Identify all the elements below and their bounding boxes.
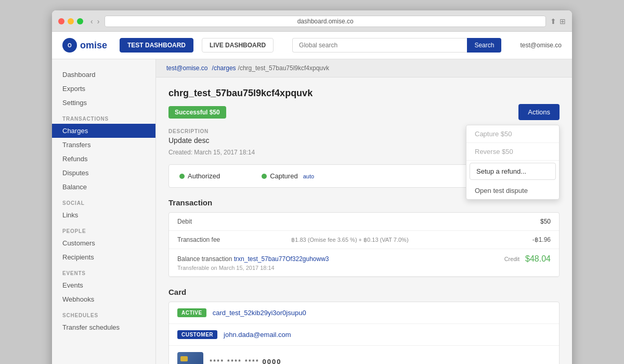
logo-icon: O [62,38,77,53]
charge-detail: chrg_test_57bau75l9kcf4xpquvk Successful… [156,77,572,364]
section-label-events: EVENTS [52,264,155,278]
traffic-lights [58,18,83,24]
dropdown-item-dispute[interactable]: Open test dispute [466,182,559,199]
sidebar-item-webhooks[interactable]: Webhooks [52,292,155,306]
logo: O omise [62,38,107,53]
forward-button[interactable]: › [96,17,101,25]
auto-link[interactable]: auto [303,173,314,179]
card-chip [180,356,188,361]
card-dots: **** **** **** [210,358,259,365]
card-container: ACTIVE card_test_52kib29yi3or0jsupu0 CUS… [168,302,560,364]
sidebar-item-customers[interactable]: Customers [52,236,155,250]
app-header: O omise TEST DASHBOARD LIVE DASHBOARD Se… [52,32,572,59]
browser-chrome: ‹ › dashboard.omise.co ⬆ ⊞ [52,10,572,32]
card-visual [177,352,203,364]
debit-row: Debit $50 [169,213,559,231]
authorized-dot [179,174,185,179]
card-id-value[interactable]: card_test_52kib29yi3or0jsupu0 [213,309,306,317]
debit-label: Debit [177,218,291,225]
sidebar-item-transfers[interactable]: Transfers [52,138,155,152]
balance-amount: $48.04 [519,254,551,264]
test-dashboard-button[interactable]: TEST DASHBOARD [120,38,193,53]
balance-label: Balance transaction trxn_test_57bau77Of3… [177,255,348,263]
main-content: test@omise.co /charges /chrg_test_57bau7… [156,59,572,364]
sidebar-item-dashboard[interactable]: Dashboard [52,68,155,82]
captured-dot [262,174,267,179]
search-input[interactable] [292,38,467,53]
transaction-table: Debit $50 Transaction fee ฿1.83 (Omise f… [168,212,560,277]
address-bar[interactable]: dashboard.omise.co [105,16,546,27]
status-captured: Captured auto [262,172,314,180]
captured-label: Captured [270,172,297,180]
section-label-transactions: TRANSACTIONS [52,110,155,124]
card-title: Card [168,288,560,296]
sidebar-item-events[interactable]: Events [52,278,155,292]
live-dashboard-button[interactable]: LIVE DASHBOARD [202,38,274,53]
actions-button[interactable]: Actions [518,104,560,120]
fee-row: Transaction fee ฿1.83 (Omise fee 3.65 %)… [169,231,559,249]
search-button[interactable]: Search [467,38,501,53]
actions-dropdown: Capture $50 Reverse $50 Setup a refund..… [466,125,560,200]
status-authorized: Authorized [179,172,220,180]
minimize-button[interactable] [68,18,74,24]
back-button[interactable]: ‹ [89,17,94,25]
breadcrumb-account[interactable]: test@omise.co [166,64,208,72]
breadcrumb-path[interactable]: /charges [212,64,236,72]
balance-txn-link[interactable]: trxn_test_57bau77Of322guhoww3 [234,255,329,263]
logo-text: omise [80,40,107,51]
browser-window: ‹ › dashboard.omise.co ⬆ ⊞ O omise TEST … [52,10,572,364]
sidebar-item-recipients[interactable]: Recipients [52,250,155,264]
fee-amount: -฿1.96 [519,236,551,243]
breadcrumb-id: /chrg_test_57bau75l9kcf4xpquvk [238,64,329,72]
new-tab-button[interactable]: ⊞ [560,17,566,25]
balance-credit-label: Credit [348,256,519,262]
charge-id: chrg_test_57bau75l9kcf4xpquvk [168,88,560,99]
fee-label: Transaction fee [177,236,291,243]
sidebar-item-balance[interactable]: Balance [52,180,155,194]
user-email: test@omise.co [520,42,562,49]
sidebar-item-disputes[interactable]: Disputes [52,166,155,180]
sidebar-item-charges[interactable]: Charges [52,124,155,138]
customer-email[interactable]: john.dada@email.com [224,331,291,339]
sidebar-item-settings[interactable]: Settings [52,96,155,110]
status-badge: Successful $50 [168,106,226,119]
close-button[interactable] [58,18,64,24]
section-label-social: SOCIAL [52,194,155,208]
section-label-schedules: SCHEDULES [52,306,155,320]
section-label-people: PEOPLE [52,222,155,236]
sidebar-item-links[interactable]: Links [52,208,155,222]
debit-amount: $50 [519,218,551,225]
dropdown-item-reverse[interactable]: Reverse $50 [466,143,559,161]
search-area: Search [292,38,501,53]
fee-detail: ฿1.83 (Omise fee 3.65 %) + ฿0.13 (VAT 7.… [291,237,519,243]
card-number: **** **** **** 0000 [210,358,281,365]
authorized-label: Authorized [188,172,220,180]
card-last4: 0000 [263,358,282,365]
balance-row: Balance transaction trxn_test_57bau77Of3… [169,249,559,277]
sidebar-item-refunds[interactable]: Refunds [52,152,155,166]
sidebar: Dashboard Exports Settings TRANSACTIONS … [52,59,156,364]
content-area: Dashboard Exports Settings TRANSACTIONS … [52,59,572,364]
share-button[interactable]: ⬆ [550,17,556,25]
customer-badge: CUSTOMER [177,330,217,339]
sidebar-item-exports[interactable]: Exports [52,82,155,96]
charge-header-row: Successful $50 Actions Capture $50 Rever… [168,104,560,120]
maximize-button[interactable] [77,18,83,24]
card-number-row: **** **** **** 0000 [169,346,559,364]
dropdown-item-capture[interactable]: Capture $50 [466,125,559,143]
dropdown-item-refund[interactable]: Setup a refund... [470,163,556,180]
card-customer-row: CUSTOMER john.dada@email.com [169,324,559,346]
card-id-row: ACTIVE card_test_52kib29yi3or0jsupu0 [169,302,559,324]
balance-transferable: Transferable on March 15, 2017 18:14 [177,265,551,271]
breadcrumb: test@omise.co /charges /chrg_test_57bau7… [156,59,572,77]
sidebar-item-transfer-schedules[interactable]: Transfer schedules [52,320,155,334]
active-badge: ACTIVE [177,308,206,317]
